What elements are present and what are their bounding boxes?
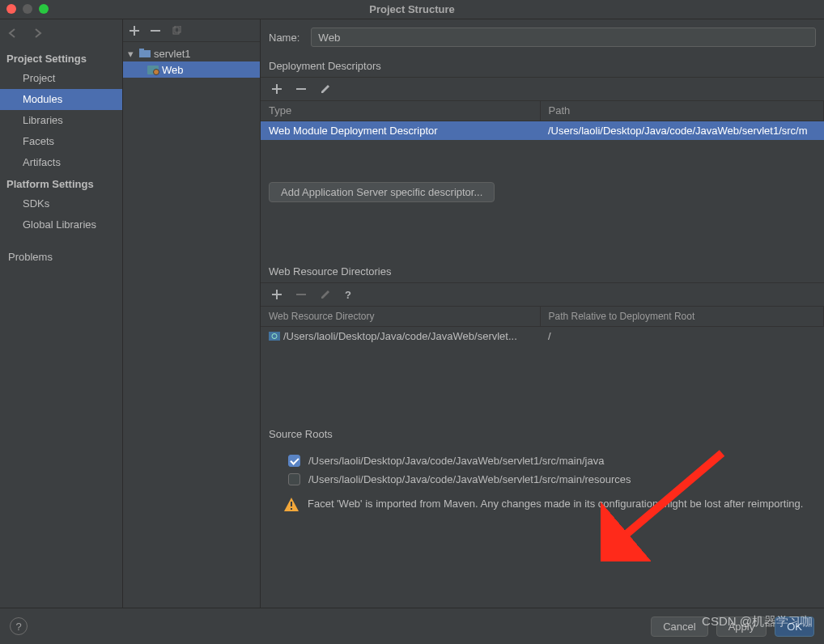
svg-rect-3 <box>139 49 144 51</box>
web-dir-cell: /Users/laoli/Desktop/Java/code/JavaWeb/s… <box>261 326 540 345</box>
minimize-window-icon[interactable] <box>23 4 32 14</box>
add-module-icon[interactable] <box>130 26 139 36</box>
nav-libraries[interactable]: Libraries <box>0 110 122 131</box>
nav-global-libraries[interactable]: Global Libraries <box>0 214 122 235</box>
edit-descriptor-icon[interactable] <box>321 84 330 94</box>
nav-sdks[interactable]: SDKs <box>0 193 122 214</box>
edit-resource-icon[interactable] <box>321 290 330 299</box>
nav-problems[interactable]: Problems <box>0 247 122 268</box>
web-resources-toolbar: ? <box>261 282 824 307</box>
svg-rect-2 <box>139 50 151 57</box>
chevron-down-icon: ▾ <box>128 48 136 60</box>
add-server-descriptor-button[interactable]: Add Application Server specific descript… <box>269 182 495 202</box>
module-folder-icon <box>139 48 151 59</box>
remove-descriptor-icon[interactable] <box>296 84 306 94</box>
svg-rect-7 <box>291 508 292 510</box>
cancel-button[interactable]: Cancel <box>651 616 707 637</box>
window-titlebar: Project Structure <box>0 0 824 19</box>
web-resource-row[interactable]: /Users/laoli/Desktop/Java/code/JavaWeb/s… <box>261 326 824 345</box>
warning-text: Facet 'Web' is imported from Maven. Any … <box>308 497 803 511</box>
nav-facets[interactable]: Facets <box>0 131 122 152</box>
name-label: Name: <box>269 32 299 44</box>
help-button[interactable]: ? <box>10 617 28 635</box>
source-root-java[interactable]: /Users/laoli/Desktop/Java/code/JavaWeb/s… <box>269 451 816 470</box>
web-rel-cell: / <box>540 326 824 345</box>
nav-project[interactable]: Project <box>0 68 122 89</box>
tree-root-label: servlet1 <box>154 48 191 60</box>
source-root-resources[interactable]: /Users/laoli/Desktop/Java/code/JavaWeb/s… <box>269 470 816 489</box>
facet-config-panel: Name: Deployment Descriptors Type Path W… <box>261 19 824 608</box>
tree-web-label: Web <box>162 64 184 76</box>
module-tree: ▾ servlet1 Web <box>123 19 261 608</box>
deployment-row[interactable]: Web Module Deployment Descriptor /Users/… <box>261 121 824 140</box>
deployment-table: Type Path Web Module Deployment Descript… <box>261 101 824 140</box>
svg-rect-0 <box>173 28 179 34</box>
maven-warning: Facet 'Web' is imported from Maven. Any … <box>261 489 824 521</box>
remove-resource-icon[interactable] <box>296 290 306 299</box>
source-root-resources-path: /Users/laoli/Desktop/Java/code/JavaWeb/s… <box>308 473 631 485</box>
tree-facet-web[interactable]: Web <box>123 61 260 78</box>
web-resources-table: Web Resource Directory Path Relative to … <box>261 307 824 345</box>
close-window-icon[interactable] <box>6 4 16 14</box>
remove-module-icon[interactable] <box>151 26 160 36</box>
apply-button[interactable]: Apply <box>716 616 767 637</box>
nav-artifacts[interactable]: Artifacts <box>0 152 122 173</box>
copy-module-icon[interactable] <box>172 26 181 36</box>
deployment-type-cell: Web Module Deployment Descriptor <box>261 121 540 140</box>
svg-rect-1 <box>175 26 181 32</box>
ok-button[interactable]: OK <box>775 616 814 637</box>
col-type: Type <box>261 101 540 121</box>
col-web-rel: Path Relative to Deployment Root <box>540 307 824 326</box>
window-title: Project Structure <box>369 3 454 15</box>
platform-settings-heading: Platform Settings <box>0 173 122 193</box>
help-resource-icon[interactable]: ? <box>345 289 351 301</box>
deployment-toolbar <box>261 77 824 101</box>
nav-back-icon[interactable] <box>6 28 19 41</box>
project-settings-heading: Project Settings <box>0 48 122 68</box>
add-resource-icon[interactable] <box>272 290 282 299</box>
source-roots-heading: Source Roots <box>261 426 824 445</box>
source-root-java-checkbox[interactable] <box>288 455 300 467</box>
deployment-path-cell: /Users/laoli/Desktop/Java/code/JavaWeb/s… <box>540 121 824 140</box>
tree-module-root[interactable]: ▾ servlet1 <box>123 45 260 61</box>
web-facet-icon <box>147 66 159 74</box>
col-path: Path <box>540 101 824 121</box>
svg-rect-6 <box>291 502 292 506</box>
settings-sidebar: Project Settings Project Modules Librari… <box>0 19 123 608</box>
deployment-heading: Deployment Descriptors <box>261 58 824 77</box>
source-root-resources-checkbox[interactable] <box>288 473 300 485</box>
web-folder-icon <box>269 332 280 341</box>
warning-icon <box>283 497 299 513</box>
source-root-java-path: /Users/laoli/Desktop/Java/code/JavaWeb/s… <box>308 455 604 467</box>
maximize-window-icon[interactable] <box>39 4 49 14</box>
add-descriptor-icon[interactable] <box>272 84 282 94</box>
nav-modules[interactable]: Modules <box>0 89 122 110</box>
window-controls <box>6 4 49 14</box>
facet-name-input[interactable] <box>311 28 816 47</box>
col-web-dir: Web Resource Directory <box>261 307 540 326</box>
nav-forward-icon[interactable] <box>31 28 44 41</box>
svg-rect-4 <box>269 332 280 341</box>
web-resources-heading: Web Resource Directories <box>261 264 824 282</box>
dialog-footer: ? Cancel Apply OK <box>0 608 824 644</box>
